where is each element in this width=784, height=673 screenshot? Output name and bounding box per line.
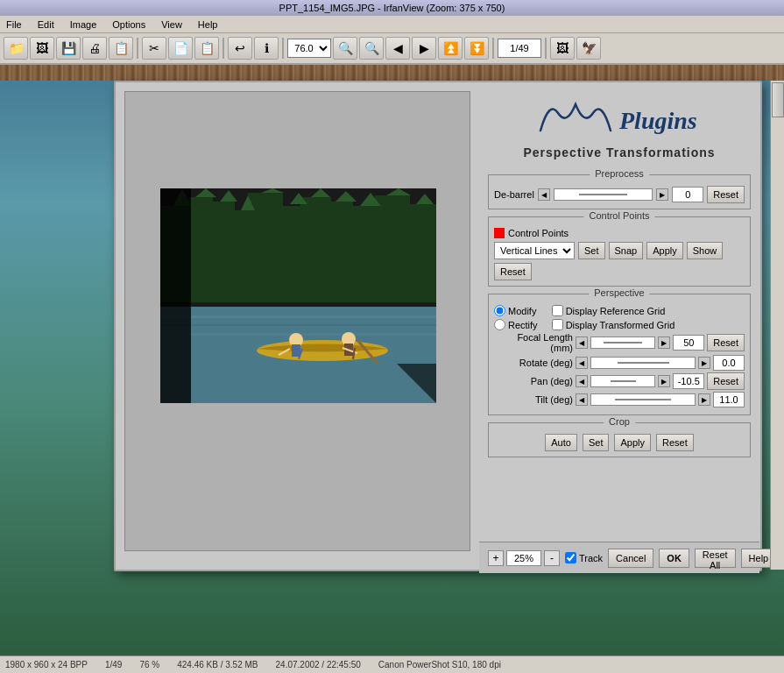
rotate-value[interactable]: 0.0 [713, 355, 745, 371]
tb-zoom-out[interactable]: 🔍 [359, 37, 384, 60]
cp-set-btn[interactable]: Set [578, 242, 605, 259]
tb-bird[interactable]: 🦅 [576, 37, 601, 60]
focal-left-arrow[interactable]: ◀ [576, 336, 588, 349]
track-checkbox[interactable] [565, 552, 576, 563]
dialog-bottom-bar: + 25% - Track Cancel OK Reset All Help T… [479, 542, 759, 573]
tilt-value[interactable]: 11.0 [713, 392, 745, 407]
menu-options[interactable]: Options [109, 18, 148, 31]
crop-set-btn[interactable]: Set [583, 434, 610, 451]
menu-file[interactable]: File [4, 18, 25, 31]
tilt-slider[interactable] [590, 393, 696, 406]
reset-all-btn[interactable]: Reset All [695, 549, 736, 568]
zoom-plus-btn[interactable]: + [488, 550, 504, 566]
image-panel [124, 91, 470, 551]
cp-row2: Vertical Lines Set Snap Apply Show Reset [494, 242, 745, 280]
debarrel-reset-btn[interactable]: Reset [707, 186, 745, 203]
tb-open[interactable]: 📁 [4, 37, 28, 60]
persp-left-col: Modify Rectify [494, 305, 538, 330]
menu-view[interactable]: View [159, 18, 185, 31]
pan-left-arrow[interactable]: ◀ [576, 375, 588, 387]
tb-thumbs[interactable]: 🖼 [550, 37, 575, 60]
rotate-slider[interactable] [590, 357, 696, 369]
cp-type-select[interactable]: Vertical Lines [494, 242, 575, 259]
crop-auto-btn[interactable]: Auto [545, 434, 577, 451]
pan-reset-btn[interactable]: Reset [707, 372, 745, 390]
rectify-radio-label[interactable]: Rectify [494, 319, 538, 330]
modify-radio-label[interactable]: Modify [494, 305, 538, 316]
pan-right-arrow[interactable]: ▶ [658, 375, 670, 387]
status-bar: 1980 x 960 x 24 BPP 1/49 76 % 424.46 KB … [0, 655, 784, 673]
toolbar: 📁 🖼 💾 🖨 📋 ✂ 📄 📋 ↩ ℹ 76.0 🔍 🔍 ◀ ▶ ⏫ ⏬ 1/4… [0, 33, 784, 65]
focal-reset-btn[interactable]: Reset [707, 334, 745, 351]
deco-strip [0, 65, 784, 81]
zoom-minus-btn[interactable]: - [544, 550, 560, 566]
tb-last[interactable]: ⏬ [464, 37, 489, 60]
cp-apply-btn[interactable]: Apply [646, 242, 683, 259]
tb-undo[interactable]: ↩ [228, 37, 252, 60]
red-indicator [494, 228, 505, 238]
ref-grid-label[interactable]: Display Reference Grid [552, 305, 675, 316]
tilt-left-arrow[interactable]: ◀ [576, 393, 588, 406]
tb-first[interactable]: ⏫ [438, 37, 463, 60]
trans-grid-label[interactable]: Display Transformed Grid [552, 319, 675, 330]
image-container [160, 188, 436, 403]
crop-reset-btn[interactable]: Reset [656, 434, 694, 451]
ok-btn[interactable]: OK [659, 549, 689, 568]
page-input[interactable]: 1/49 [498, 39, 541, 58]
control-points-section: Control Points Control Points Vertical L… [488, 216, 751, 287]
cp-reset-btn[interactable]: Reset [494, 263, 532, 280]
tb-next[interactable]: ▶ [412, 37, 436, 60]
zoom-controls: + 25% - [488, 550, 560, 566]
rotate-left-arrow[interactable]: ◀ [576, 357, 588, 369]
tb-prev[interactable]: ◀ [385, 37, 410, 60]
tb-paste[interactable]: 📋 [194, 37, 219, 60]
tb-copy[interactable]: 📄 [168, 37, 193, 60]
pan-slider[interactable] [590, 375, 655, 387]
tb-zoom-in[interactable]: 🔍 [333, 37, 357, 60]
focal-right-arrow[interactable]: ▶ [658, 336, 670, 349]
sep5 [545, 38, 547, 59]
crop-apply-btn[interactable]: Apply [614, 434, 651, 451]
track-label: Track [579, 553, 603, 563]
cancel-btn[interactable]: Cancel [608, 549, 653, 568]
tilt-row: Tilt (deg) ◀ ▶ 11.0 [494, 392, 745, 407]
v-scrollbar-thumb[interactable] [772, 82, 784, 117]
tb-cut[interactable]: ✂ [142, 37, 166, 60]
title-bar: PPT_1154_IMG5.JPG - IrfanView (Zoom: 375… [0, 0, 784, 16]
tilt-right-arrow[interactable]: ▶ [698, 393, 710, 406]
modify-label: Modify [508, 306, 536, 316]
debarrel-slider[interactable] [554, 188, 653, 201]
menu-edit[interactable]: Edit [35, 18, 57, 31]
debarrel-value[interactable]: 0 [672, 187, 703, 202]
preprocess-label: Preprocess [590, 168, 649, 179]
track-checkbox-label[interactable]: Track [565, 552, 603, 563]
focal-length-value[interactable]: 50 [673, 335, 704, 351]
cp-snap-btn[interactable]: Snap [609, 242, 644, 259]
debarrel-right-arrow[interactable]: ▶ [656, 188, 668, 201]
brand-header: Plugins Perspective Transformations [488, 91, 751, 164]
zoom-select[interactable]: 76.0 [287, 39, 331, 58]
focal-slider[interactable] [590, 336, 655, 349]
cp-row1: Control Points [494, 228, 745, 238]
cp-show-btn[interactable]: Show [687, 242, 724, 259]
pan-value[interactable]: -10.5 [673, 373, 704, 389]
tb-print[interactable]: 🖨 [82, 37, 107, 60]
tb-properties[interactable]: 📋 [109, 37, 133, 60]
tb-photo[interactable]: 🖼 [30, 37, 54, 60]
ref-grid-check[interactable] [552, 305, 563, 316]
tb-save[interactable]: 💾 [56, 37, 81, 60]
modify-radio[interactable] [494, 305, 505, 316]
status-filesize: 424.46 KB / 3.52 MB [177, 660, 258, 669]
status-datetime: 24.07.2002 / 22:45:50 [276, 660, 361, 669]
ref-grid-text: Display Reference Grid [566, 306, 666, 316]
trans-grid-check[interactable] [552, 319, 563, 330]
menu-image[interactable]: Image [67, 18, 100, 31]
rotate-label: Rotate (deg) [494, 358, 573, 368]
v-scrollbar[interactable] [770, 81, 784, 570]
debarrel-left-arrow[interactable]: ◀ [538, 188, 550, 201]
rectify-radio[interactable] [494, 319, 505, 330]
rotate-right-arrow[interactable]: ▶ [698, 357, 710, 369]
tb-info[interactable]: ℹ [254, 37, 279, 60]
rotate-row: Rotate (deg) ◀ ▶ 0.0 [494, 355, 745, 371]
menu-help[interactable]: Help [195, 18, 221, 31]
